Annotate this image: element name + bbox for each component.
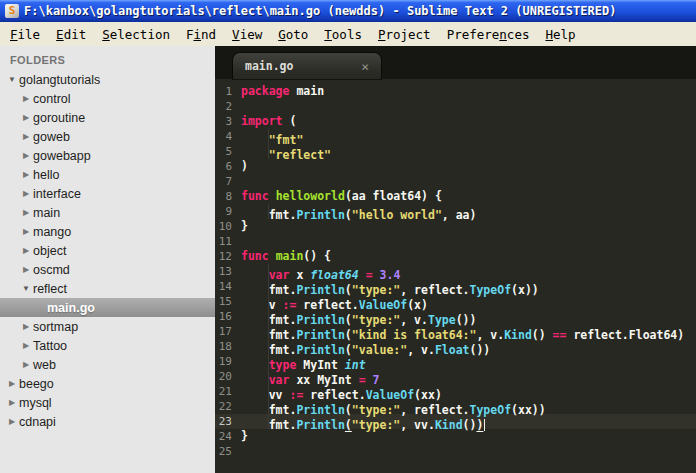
disclosure-collapsed-icon[interactable]: ▶ xyxy=(19,94,33,103)
tree-item-interface[interactable]: ▶interface xyxy=(0,184,215,203)
tree-item-main[interactable]: ▶main xyxy=(0,203,215,222)
tree-item-beego[interactable]: ▶beego xyxy=(0,374,215,393)
line-number: 8 xyxy=(215,189,241,204)
disclosure-collapsed-icon[interactable]: ▶ xyxy=(19,341,33,350)
tree-item-object[interactable]: ▶object xyxy=(0,241,215,260)
menu-item-tools[interactable]: Tools xyxy=(316,25,370,44)
tree-item-label: control xyxy=(33,92,71,106)
disclosure-expanded-icon[interactable]: ▼ xyxy=(19,284,33,293)
disclosure-collapsed-icon[interactable]: ▶ xyxy=(19,189,33,198)
code-line-16[interactable]: 16fmt.Println("type:", v.Type()) xyxy=(215,309,696,324)
menu-bar: FileEditSelectionFindViewGotoToolsProjec… xyxy=(0,22,696,46)
tree-item-golangtutorials[interactable]: ▼golangtutorials xyxy=(0,70,215,89)
code-line-21[interactable]: 21vv := reflect.ValueOf(xx) xyxy=(215,384,696,399)
menu-item-help[interactable]: Help xyxy=(537,25,583,44)
line-number: 6 xyxy=(215,159,241,174)
tree-item-goroutine[interactable]: ▶goroutine xyxy=(0,108,215,127)
tree-item-label: reflect xyxy=(33,282,67,296)
tree-item-sortmap[interactable]: ▶sortmap xyxy=(0,317,215,336)
line-number: 25 xyxy=(215,444,241,459)
disclosure-collapsed-icon[interactable]: ▶ xyxy=(19,360,33,369)
tree-item-mysql[interactable]: ▶mysql xyxy=(0,393,215,412)
code-line-8[interactable]: 8func helloworld(aa float64) { xyxy=(215,189,696,204)
code-text: fmt.Println("value:", v.Float()) xyxy=(241,339,490,354)
disclosure-collapsed-icon[interactable]: ▶ xyxy=(19,151,33,160)
code-line-25[interactable]: 25 xyxy=(215,444,696,459)
menu-item-view[interactable]: View xyxy=(224,25,270,44)
indent-guide xyxy=(241,309,269,324)
code-line-13[interactable]: 13var x float64 = 3.4 xyxy=(215,264,696,279)
code-line-12[interactable]: 12func main() { xyxy=(215,249,696,264)
menu-item-project[interactable]: Project xyxy=(370,25,439,44)
sidebar: FOLDERS ▼golangtutorials▶control▶gorouti… xyxy=(0,46,215,473)
code-line-9[interactable]: 9fmt.Println("hello world", aa) xyxy=(215,204,696,219)
tab-main-go[interactable]: main.go × xyxy=(233,53,381,79)
menu-item-file[interactable]: File xyxy=(2,25,48,44)
code-text: import ( xyxy=(241,114,296,129)
code-line-11[interactable]: 11 xyxy=(215,234,696,249)
tree-item-tattoo[interactable]: ▶Tattoo xyxy=(0,336,215,355)
disclosure-collapsed-icon[interactable]: ▶ xyxy=(19,246,33,255)
line-number: 20 xyxy=(215,369,241,384)
folder-tree: ▼golangtutorials▶control▶goroutine▶goweb… xyxy=(0,70,215,431)
tree-item-main-go[interactable]: main.go xyxy=(0,298,215,317)
disclosure-collapsed-icon[interactable]: ▶ xyxy=(5,417,19,426)
code-line-4[interactable]: 4"fmt" xyxy=(215,129,696,144)
code-line-7[interactable]: 7 xyxy=(215,174,696,189)
tree-item-hello[interactable]: ▶hello xyxy=(0,165,215,184)
line-number: 23 xyxy=(215,414,241,429)
tab-close-icon[interactable]: × xyxy=(361,60,369,73)
editor-column: main.go × 1package main23import (4"fmt"5… xyxy=(215,46,696,473)
code-line-22[interactable]: 22fmt.Println("type:", reflect.TypeOf(xx… xyxy=(215,399,696,414)
indent-guide xyxy=(241,369,269,384)
disclosure-expanded-icon[interactable]: ▼ xyxy=(5,75,19,84)
disclosure-collapsed-icon[interactable]: ▶ xyxy=(19,113,33,122)
code-area[interactable]: 1package main23import (4"fmt"5"reflect"6… xyxy=(215,79,696,473)
disclosure-collapsed-icon[interactable]: ▶ xyxy=(5,398,19,407)
code-line-23[interactable]: 23fmt.Println("type:", vv.Kind()) xyxy=(215,414,696,429)
indent-guide xyxy=(241,399,269,414)
line-number: 19 xyxy=(215,354,241,369)
tree-item-oscmd[interactable]: ▶oscmd xyxy=(0,260,215,279)
app-icon: S xyxy=(5,4,19,18)
menu-item-selection[interactable]: Selection xyxy=(94,25,178,44)
code-text: var x float64 = 3.4 xyxy=(241,264,400,279)
code-line-20[interactable]: 20var xx MyInt = 7 xyxy=(215,369,696,384)
disclosure-collapsed-icon[interactable]: ▶ xyxy=(19,322,33,331)
code-line-14[interactable]: 14fmt.Println("type:", reflect.TypeOf(x)… xyxy=(215,279,696,294)
code-text: var xx MyInt = 7 xyxy=(241,369,380,384)
menu-item-edit[interactable]: Edit xyxy=(48,25,94,44)
tree-item-cdnapi[interactable]: ▶cdnapi xyxy=(0,412,215,431)
tree-item-goweb[interactable]: ▶goweb xyxy=(0,127,215,146)
disclosure-collapsed-icon[interactable]: ▶ xyxy=(19,132,33,141)
code-line-1[interactable]: 1package main xyxy=(215,84,696,99)
indent-guide xyxy=(241,324,269,339)
indent-guide xyxy=(241,354,269,369)
code-line-3[interactable]: 3import ( xyxy=(215,114,696,129)
disclosure-collapsed-icon[interactable]: ▶ xyxy=(5,379,19,388)
disclosure-collapsed-icon[interactable]: ▶ xyxy=(19,170,33,179)
tree-item-label: Tattoo xyxy=(33,339,67,353)
code-text: func main() { xyxy=(241,249,331,264)
indent-guide xyxy=(241,384,269,399)
tree-item-gowebapp[interactable]: ▶gowebapp xyxy=(0,146,215,165)
disclosure-collapsed-icon[interactable]: ▶ xyxy=(19,265,33,274)
sublime-text-window: S F:\kanbox\golangtutorials\reflect\main… xyxy=(0,0,696,473)
disclosure-collapsed-icon[interactable]: ▶ xyxy=(19,208,33,217)
tree-item-mango[interactable]: ▶mango xyxy=(0,222,215,241)
line-number: 17 xyxy=(215,324,241,339)
code-line-5[interactable]: 5"reflect" xyxy=(215,144,696,159)
code-text: type MyInt int xyxy=(241,354,366,369)
tree-item-label: oscmd xyxy=(33,263,70,277)
code-line-17[interactable]: 17fmt.Println("kind is float64:", v.Kind… xyxy=(215,324,696,339)
menu-item-goto[interactable]: Goto xyxy=(270,25,316,44)
text-cursor xyxy=(484,419,485,431)
menu-item-preferences[interactable]: Preferences xyxy=(439,25,538,44)
tree-item-web[interactable]: ▶web xyxy=(0,355,215,374)
tree-item-control[interactable]: ▶control xyxy=(0,89,215,108)
tree-item-reflect[interactable]: ▼reflect xyxy=(0,279,215,298)
disclosure-collapsed-icon[interactable]: ▶ xyxy=(19,227,33,236)
code-line-2[interactable]: 2 xyxy=(215,99,696,114)
menu-item-find[interactable]: Find xyxy=(178,25,224,44)
line-number: 12 xyxy=(215,249,241,264)
